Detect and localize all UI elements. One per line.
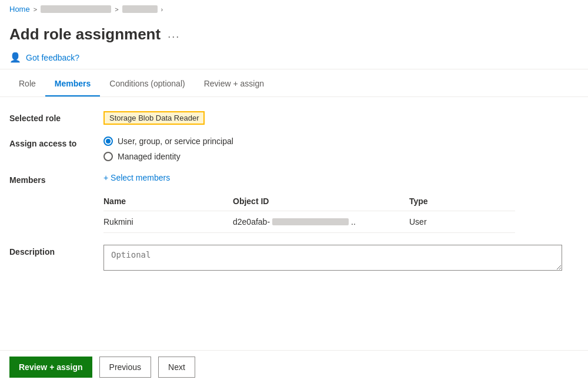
col-header-name: Name: [103, 197, 233, 206]
breadcrumb-home[interactable]: Home: [9, 5, 30, 14]
assign-access-row: Assign access to User, group, or service…: [9, 136, 579, 161]
col-header-type: Type: [409, 197, 480, 206]
members-table: Name Object ID Type Rukmini d2e0afab- ..…: [103, 192, 515, 233]
members-row: Members + Select members Name Object ID …: [9, 173, 579, 233]
feedback-icon: 👤: [9, 52, 21, 63]
description-label: Description: [9, 245, 103, 257]
selected-role-badge[interactable]: Storage Blob Data Reader: [103, 111, 205, 125]
radio-user-group-circle[interactable]: [103, 136, 113, 146]
member-type: User: [409, 217, 480, 227]
more-options-icon[interactable]: ...: [168, 28, 180, 41]
selected-role-value-container: Storage Blob Data Reader: [103, 111, 579, 125]
breadcrumb-sep2: >: [115, 6, 118, 13]
tab-conditions[interactable]: Conditions (optional): [100, 72, 194, 96]
radio-managed-identity-label: Managed identity: [118, 152, 181, 161]
radio-user-group[interactable]: User, group, or service principal: [103, 136, 579, 146]
tab-members[interactable]: Members: [45, 72, 100, 96]
assign-access-options: User, group, or service principal Manage…: [103, 136, 579, 161]
selected-role-row: Selected role Storage Blob Data Reader: [9, 111, 579, 125]
selected-role-label: Selected role: [9, 111, 103, 123]
page-title: Add role assignment: [9, 25, 161, 44]
tab-review[interactable]: Review + assign: [195, 72, 273, 96]
members-label: Members: [9, 173, 103, 185]
object-id-suffix: ..: [351, 217, 356, 227]
assign-access-label: Assign access to: [9, 136, 103, 148]
breadcrumb-chevron: ›: [161, 6, 163, 13]
members-table-header: Name Object ID Type: [103, 192, 515, 211]
content-area: Selected role Storage Blob Data Reader A…: [0, 97, 588, 297]
object-id-prefix: d2e0afab-: [233, 217, 270, 227]
breadcrumb: Home > > ›: [0, 0, 588, 18]
feedback-text[interactable]: Got feedback?: [26, 53, 79, 62]
feedback-bar: 👤 Got feedback?: [0, 44, 588, 69]
breadcrumb-level2: [41, 5, 111, 13]
tab-role[interactable]: Role: [9, 72, 45, 96]
member-object-id: d2e0afab- ..: [233, 217, 409, 227]
tabs-bar: Role Members Conditions (optional) Revie…: [0, 72, 588, 97]
breadcrumb-level3: [122, 5, 158, 13]
breadcrumb-sep1: >: [34, 6, 37, 13]
col-header-object-id: Object ID: [233, 197, 409, 206]
members-content: + Select members Name Object ID Type Ruk…: [103, 173, 579, 233]
radio-managed-identity-circle[interactable]: [103, 152, 113, 161]
member-name: Rukmini: [103, 217, 233, 227]
select-members-link[interactable]: + Select members: [103, 173, 579, 182]
page-header: Add role assignment ...: [0, 18, 588, 44]
description-row: Description: [9, 245, 579, 271]
radio-managed-identity[interactable]: Managed identity: [103, 152, 579, 161]
description-input[interactable]: [103, 245, 562, 271]
radio-user-group-label: User, group, or service principal: [118, 136, 233, 146]
object-id-redacted: [272, 218, 349, 225]
table-row: Rukmini d2e0afab- .. User: [103, 211, 515, 233]
